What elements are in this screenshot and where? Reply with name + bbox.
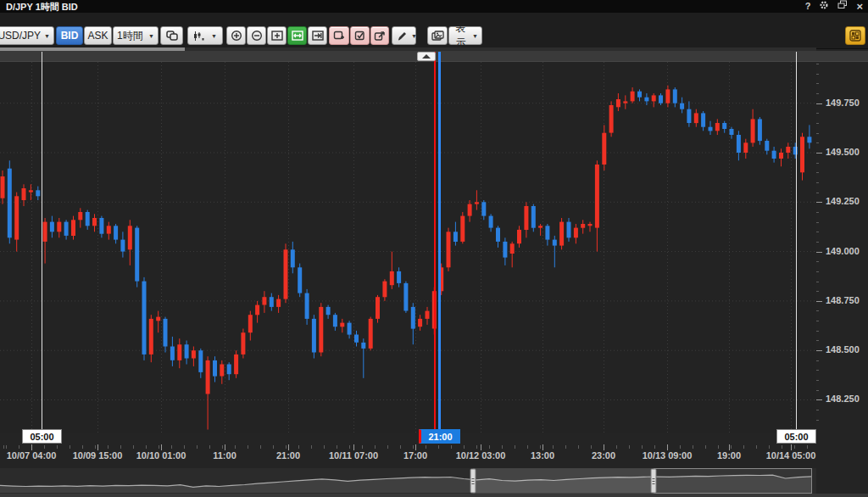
restore-window-icon[interactable]	[837, 0, 848, 13]
candle-body	[14, 196, 19, 239]
candle-body	[481, 202, 486, 215]
marker-line-white[interactable]	[796, 52, 797, 429]
candle-body	[220, 365, 224, 377]
candle-body	[673, 89, 677, 103]
candle-body	[510, 243, 515, 254]
candle-body	[524, 206, 528, 230]
candle-body	[276, 299, 281, 307]
candle-body	[595, 165, 599, 228]
settings-gear-icon[interactable]	[819, 0, 829, 14]
candle-body	[460, 216, 465, 242]
candle-body	[538, 226, 542, 227]
zoom-out-button[interactable]	[247, 26, 266, 45]
marker-line-red[interactable]	[434, 52, 436, 433]
pair-dropdown[interactable]: USD/JPY ▼	[0, 26, 54, 45]
candle-body	[786, 147, 790, 153]
chart-select-icon	[354, 31, 366, 42]
chart-move-button[interactable]	[370, 26, 389, 45]
timeframe-label: 1時間	[117, 29, 143, 43]
candle-body	[198, 350, 203, 372]
link-charts-button[interactable]	[160, 26, 183, 45]
navigator-handle-left[interactable]	[470, 469, 476, 493]
navigator-svg	[0, 468, 816, 494]
navigator-handle-right[interactable]	[651, 469, 656, 493]
close-icon[interactable]: ×	[856, 0, 863, 13]
time-tick	[288, 444, 289, 450]
candle-body	[531, 206, 536, 228]
chart-type-dropdown[interactable]: ▼	[187, 26, 223, 45]
ask-button[interactable]: ASK	[84, 26, 112, 45]
candle-body	[779, 153, 783, 159]
candle-body	[29, 190, 33, 192]
time-tick	[667, 444, 668, 450]
candlestick-plot[interactable]	[0, 62, 816, 433]
help-icon[interactable]: ?	[805, 0, 811, 13]
display-dropdown[interactable]: 表示 ▼	[448, 26, 482, 45]
candle-body	[574, 228, 578, 238]
candle-body	[559, 222, 564, 246]
candle-body	[227, 365, 231, 375]
time-marker-handle[interactable]	[417, 52, 436, 61]
price-tick	[816, 252, 822, 253]
navigator[interactable]	[0, 468, 816, 494]
marker-time-badge[interactable]: 05:00	[22, 429, 62, 444]
price-tick	[816, 301, 822, 302]
candle-body	[553, 240, 557, 246]
candle-body	[737, 135, 741, 153]
candle-body	[390, 271, 394, 285]
go-to-latest-button[interactable]	[308, 26, 327, 45]
candle-body	[644, 98, 648, 102]
marker-line-white[interactable]	[42, 52, 42, 429]
time-tick	[481, 444, 481, 450]
bid-button[interactable]: BID	[56, 26, 83, 45]
candle-body	[623, 101, 627, 103]
candle-body	[156, 317, 160, 321]
candle-body	[545, 226, 549, 239]
price-label: 149.000	[826, 246, 860, 256]
display-label: 表示	[453, 21, 469, 49]
price-tick	[816, 153, 822, 154]
candle-body	[22, 188, 26, 200]
candle-body	[255, 305, 259, 316]
layout-button[interactable]	[845, 26, 865, 45]
price-axis[interactable]: 149.750149.500149.250149.000148.750148.5…	[816, 51, 868, 466]
navigator-window[interactable]	[473, 468, 654, 494]
marker-time-badge[interactable]: 05:00	[776, 429, 816, 444]
expand-range-button[interactable]	[267, 26, 287, 45]
candle-body	[354, 335, 359, 343]
navigator-outline[interactable]	[654, 469, 812, 494]
candle-body	[751, 119, 755, 142]
price-tick	[816, 399, 822, 400]
candle-body	[588, 224, 593, 226]
time-tick	[97, 444, 98, 450]
candle-body	[319, 307, 323, 353]
grid-layout-icon	[849, 30, 861, 42]
draw-tools-dropdown[interactable]: ▼	[392, 26, 416, 45]
marker-time-badge[interactable]: 21:00	[419, 429, 460, 444]
candle-body	[609, 105, 614, 133]
time-tick	[542, 444, 543, 450]
fit-width-button[interactable]	[287, 26, 307, 45]
candle-body	[164, 319, 168, 347]
add-chart-icon	[333, 31, 345, 42]
snapshot-button[interactable]	[427, 26, 448, 45]
window-title: D/JPY 1時間 BID	[6, 1, 78, 14]
go-to-latest-icon	[312, 31, 324, 41]
price-label: 148.500	[826, 344, 860, 355]
marker-line-blue[interactable]	[438, 52, 441, 433]
chart-select-button[interactable]	[350, 26, 370, 45]
candle-body	[652, 95, 656, 101]
candle-body	[701, 113, 705, 126]
timeframe-dropdown[interactable]: 1時間 ▼	[113, 26, 159, 45]
candle-body	[107, 226, 111, 233]
zoom-in-button[interactable]	[226, 26, 246, 45]
candle-body	[192, 350, 196, 358]
zoom-out-icon	[251, 30, 263, 42]
candle-body	[581, 224, 585, 228]
add-chart-button[interactable]	[329, 26, 349, 45]
candle-body	[517, 230, 521, 243]
candle-body	[722, 123, 726, 129]
candle-body	[71, 220, 75, 236]
candle-body	[489, 216, 493, 228]
candle-body	[170, 347, 175, 360]
